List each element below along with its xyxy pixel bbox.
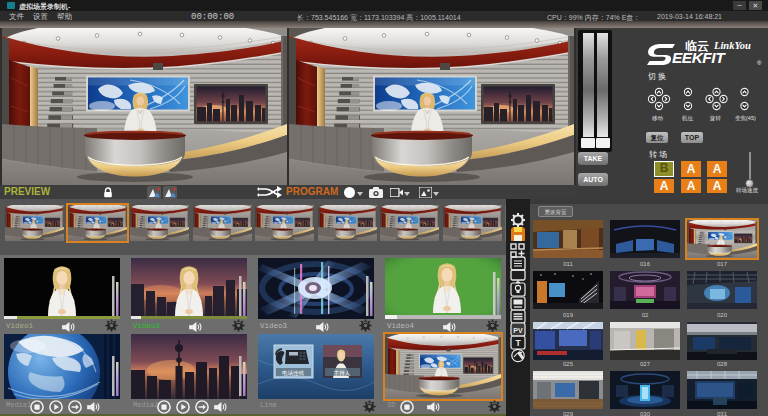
svg-text:电话连线: 电话连线 [282, 370, 305, 377]
svg-text:主持人: 主持人 [334, 370, 351, 377]
svg-text:PV: PV [513, 327, 523, 334]
svg-text:EEKFIT: EEKFIT [672, 49, 726, 66]
svg-text:T: T [515, 338, 521, 348]
svg-text:®: ® [757, 60, 762, 66]
